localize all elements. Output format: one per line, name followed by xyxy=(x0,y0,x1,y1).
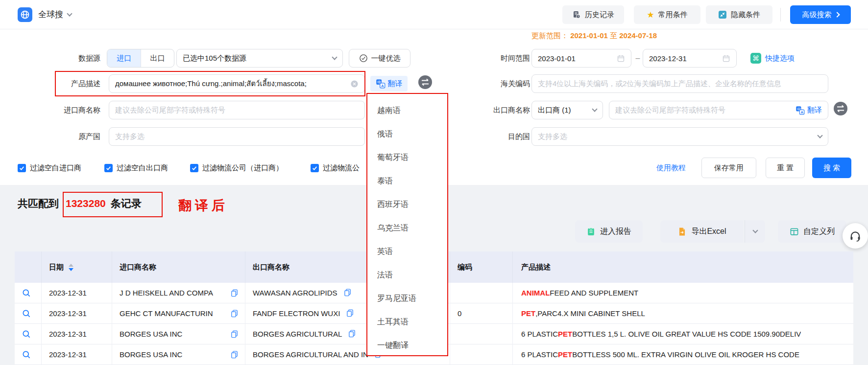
cell-hs-code: 0 xyxy=(458,303,461,323)
product-desc-value: домашнее животное;Thú cưng.;animal;สัตว์… xyxy=(115,78,307,90)
menu-item-vietnamese[interactable]: 越南语 xyxy=(367,99,447,122)
command-icon: ⌘ xyxy=(750,53,761,64)
filter-blank-exporter-checkbox[interactable]: 过滤空白出口商 xyxy=(104,158,168,178)
svg-text:A: A xyxy=(381,84,384,88)
exporter-column-header[interactable]: 出口商名称 xyxy=(253,251,289,283)
copy-icon[interactable] xyxy=(343,288,352,298)
menu-item-english[interactable]: 英语 xyxy=(367,240,447,263)
date-column-header[interactable]: 日期 xyxy=(49,251,73,283)
cell-importer: BORGES USA INC xyxy=(120,344,182,365)
calendar-icon xyxy=(722,54,730,63)
save-common-button[interactable]: 保存常用 xyxy=(701,158,756,178)
custom-columns-label: 自定义列 xyxy=(803,227,835,237)
swap-translate-icon[interactable] xyxy=(418,75,433,90)
copy-icon[interactable] xyxy=(230,283,239,303)
datasource-label: 数据源 xyxy=(0,49,100,68)
copy-icon[interactable] xyxy=(346,309,354,319)
history-label: 历史记录 xyxy=(585,10,614,20)
exporter-type-select[interactable]: 出口商 (1) xyxy=(531,101,603,119)
filter-blank-importer-checkbox[interactable]: 过滤空白进口商 xyxy=(18,158,81,178)
cell-date: 2023-12-31 xyxy=(49,283,87,303)
product-desc-input[interactable]: домашнее животное;Thú cưng.;animal;สัตว์… xyxy=(109,74,365,93)
export-excel-label: 导出Excel xyxy=(691,227,726,237)
row-search-icon[interactable] xyxy=(22,344,31,365)
cell-product-desc: 6 PLASTIC PET BOTTLESS 500 ML. EXTRA VIR… xyxy=(521,344,799,365)
exporter-translate-button[interactable]: 中 A 翻译 xyxy=(796,106,822,115)
search-button[interactable]: 搜 索 xyxy=(812,158,851,178)
menu-item-one-click-translate[interactable]: 一键翻译 xyxy=(367,334,447,357)
menu-item-portuguese[interactable]: 葡萄牙语 xyxy=(367,146,447,169)
row-search-icon[interactable] xyxy=(22,303,31,323)
filter-logistics-importer-checkbox[interactable]: 过滤物流公司（进口商） xyxy=(190,158,283,178)
menu-item-french[interactable]: 法语 xyxy=(367,263,447,287)
product-desc-column-header[interactable]: 产品描述 xyxy=(521,251,551,283)
menu-item-russian[interactable]: 俄语 xyxy=(367,122,447,146)
translate-icon: 中 A xyxy=(796,106,805,115)
importer-input[interactable]: 建议去除公司尾部字符或特殊符号 xyxy=(109,101,365,119)
sort-icons[interactable] xyxy=(69,264,73,271)
exporter-placeholder: 建议去除公司尾部字符或特殊符号 xyxy=(615,106,725,115)
dest-country-placeholder: 支持多选 xyxy=(538,132,567,141)
cell-exporter-wrap: BORGES AGRICULTURAL AND IN xyxy=(253,344,383,365)
one-click-optimize-button[interactable]: 一键优选 xyxy=(349,49,410,68)
dest-country-input[interactable]: 支持多选 xyxy=(531,127,828,146)
excel-file-icon xyxy=(677,227,687,236)
export-excel-button[interactable]: 导出Excel xyxy=(660,220,744,243)
menu-item-spanish[interactable]: 西班牙语 xyxy=(367,193,447,216)
tutorial-link[interactable]: 使用教程 xyxy=(656,158,686,178)
date-to-input[interactable]: 2023-12-31 xyxy=(643,49,737,68)
filter-logistics-exporter-checkbox[interactable]: 过滤物流公 xyxy=(311,158,360,178)
copy-icon[interactable] xyxy=(230,344,239,365)
menu-item-romanian[interactable]: 罗马尼亚语 xyxy=(367,287,447,310)
tab-export[interactable]: 出口 xyxy=(141,49,174,67)
row-search-icon[interactable] xyxy=(22,283,31,303)
cell-exporter-wrap: WAWASAN AGROLIPIDS xyxy=(253,283,352,303)
topbar-divider xyxy=(780,8,781,22)
reset-button[interactable]: 重 置 xyxy=(766,158,805,178)
enter-report-button[interactable]: 进入报告 xyxy=(575,220,643,243)
origin-country-input[interactable]: 支持多选 xyxy=(109,127,365,146)
cell-exporter-wrap: FANDF ELECTRON WUXI xyxy=(253,303,354,323)
advanced-search-button[interactable]: 高级搜索 xyxy=(790,5,851,24)
translate-button[interactable]: 中 A 翻译 xyxy=(370,76,408,91)
advanced-search-label: 高级搜索 xyxy=(802,10,832,20)
favorites-button[interactable]: ★ 常用条件 xyxy=(634,5,700,24)
match-count-prefix: 共匹配到 xyxy=(18,197,59,210)
app-title: 全球搜 xyxy=(38,0,63,29)
time-range-label: 时间范围 xyxy=(460,49,530,68)
cell-product-desc: 6 PLASTIC PET BOTTLES 1,5 L. OLIVE OIL G… xyxy=(521,324,801,344)
copy-icon[interactable] xyxy=(230,324,239,344)
menu-item-thai[interactable]: 泰语 xyxy=(367,169,447,193)
tab-import[interactable]: 进口 xyxy=(107,49,141,67)
update-range-label: 更新范围： xyxy=(531,31,568,40)
product-desc-label: 产品描述 xyxy=(0,74,100,93)
hide-conditions-button[interactable]: 隐藏条件 xyxy=(706,5,772,24)
copy-icon[interactable] xyxy=(348,329,356,339)
swap-translate-icon[interactable] xyxy=(833,101,848,116)
importer-column-header[interactable]: 进口商名称 xyxy=(120,251,257,283)
calendar-icon xyxy=(617,54,625,63)
copy-icon[interactable] xyxy=(230,303,239,323)
menu-item-turkish[interactable]: 土耳其语 xyxy=(367,310,447,334)
quick-options-link[interactable]: 快捷选项 xyxy=(765,49,795,68)
report-icon xyxy=(586,227,596,236)
collapse-icon xyxy=(718,10,727,19)
support-fab[interactable] xyxy=(843,223,868,249)
date-from-input[interactable]: 2023-01-01 xyxy=(531,49,631,68)
hs-code-input[interactable]: 支持4位以上海关编码，或2位海关编码加上产品描述、企业名称的任意信息 xyxy=(531,74,828,93)
clear-icon[interactable] xyxy=(350,80,359,88)
cell-importer: BORGES USA INC xyxy=(120,324,182,344)
columns-icon xyxy=(790,227,799,236)
match-count-suffix: 条记录 xyxy=(111,197,142,210)
datasource-tabs: 进口 出口 xyxy=(107,49,174,68)
cell-importer: GEHC CT MANUFACTURIN xyxy=(120,303,213,323)
exporter-input[interactable]: 建议去除公司尾部字符或特殊符号 中 A 翻译 xyxy=(609,101,828,119)
custom-columns-button[interactable]: 自定义列 xyxy=(778,220,846,243)
hs-code-column-header[interactable]: 编码 xyxy=(458,251,472,283)
row-search-icon[interactable] xyxy=(22,324,31,344)
export-dropdown-button[interactable] xyxy=(745,220,765,243)
datasource-select[interactable]: 已选中105个数据源 xyxy=(176,49,343,68)
history-button[interactable]: 历史记录 xyxy=(562,5,624,24)
menu-item-ukrainian[interactable]: 乌克兰语 xyxy=(367,216,447,240)
checkbox-checked-icon xyxy=(18,164,26,172)
